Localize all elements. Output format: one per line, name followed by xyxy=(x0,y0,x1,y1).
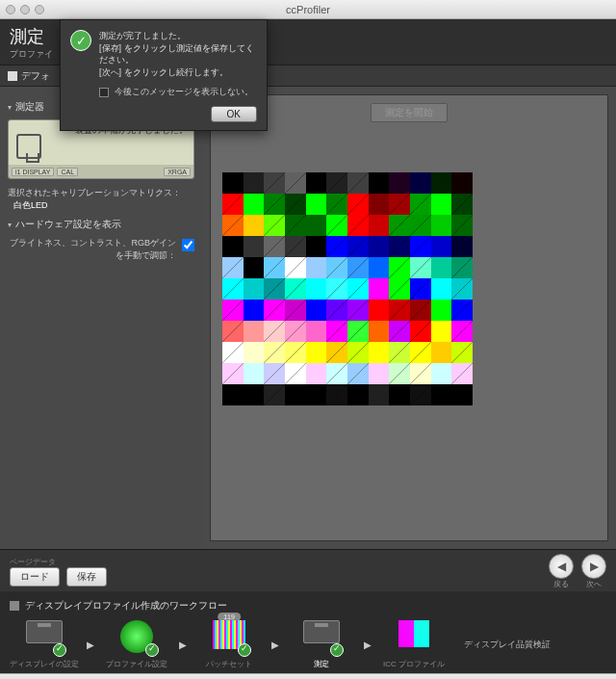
color-patch xyxy=(244,384,265,405)
color-patch xyxy=(389,215,410,236)
tab-default[interactable]: デフォ xyxy=(8,69,50,83)
color-patch xyxy=(285,363,306,384)
color-patch xyxy=(222,236,244,257)
calibration-matrix-value: 白色LED xyxy=(13,200,48,210)
dialog-ok-button[interactable]: OK xyxy=(211,106,257,122)
device-icon xyxy=(16,134,41,159)
color-patch xyxy=(326,321,347,342)
wf-side-quality-check[interactable]: ディスプレイ品質検証 xyxy=(464,640,551,651)
color-patch xyxy=(431,342,452,363)
workflow-title: ディスプレイプロファイル作成のワークフロー xyxy=(25,599,227,613)
color-patch xyxy=(369,321,390,342)
wf-step-profile-settings[interactable]: プロファイル設定 xyxy=(102,620,171,669)
color-patch xyxy=(410,172,431,194)
color-patch xyxy=(222,194,244,215)
footer-bar: ページデータ ロード 保存 ◀ 戻る ▶ 次へ xyxy=(0,549,616,591)
color-patch xyxy=(431,194,452,215)
manual-adjust-checkbox[interactable] xyxy=(182,239,194,251)
color-patch xyxy=(410,363,431,384)
badge-i1display: i1 DISPLAY xyxy=(12,168,54,176)
color-patch xyxy=(264,194,285,215)
color-patch xyxy=(264,300,285,321)
color-patch xyxy=(244,194,265,215)
color-patch xyxy=(369,342,390,363)
color-patch xyxy=(347,236,369,257)
next-button[interactable]: ▶ xyxy=(581,554,606,579)
color-patch xyxy=(244,236,265,257)
color-patch xyxy=(431,236,452,257)
success-icon: ✓ xyxy=(70,30,91,51)
color-patch xyxy=(410,236,431,257)
color-patch xyxy=(451,342,473,363)
color-patch xyxy=(369,215,390,236)
color-patch xyxy=(285,300,306,321)
color-patch xyxy=(285,384,306,405)
color-patch xyxy=(326,194,347,215)
back-button[interactable]: ◀ xyxy=(549,554,574,579)
color-patch xyxy=(431,278,452,300)
traffic-light-zoom[interactable] xyxy=(35,5,44,14)
color-patch xyxy=(369,384,390,405)
measurement-complete-dialog: ✓ 測定が完了しました。 [保存] をクリックし測定値を保存してください。 [次… xyxy=(60,19,268,131)
traffic-light-min[interactable] xyxy=(20,5,30,14)
color-patch xyxy=(222,278,244,300)
color-patch xyxy=(244,342,265,363)
color-patch xyxy=(306,342,327,363)
color-patch xyxy=(347,363,369,384)
check-icon xyxy=(238,643,251,657)
wf-step-display-settings[interactable]: ディスプレイの設定 xyxy=(10,620,79,669)
dialog-message: 測定が完了しました。 [保存] をクリックし測定値を保存してください。 [次へ]… xyxy=(99,30,257,78)
color-patch xyxy=(410,321,431,342)
color-patch xyxy=(369,257,390,278)
color-patch xyxy=(306,384,327,405)
start-measurement-button[interactable]: 測定を開始 xyxy=(371,103,448,122)
color-patch xyxy=(347,300,369,321)
color-patch xyxy=(326,300,347,321)
color-patch xyxy=(326,215,347,236)
color-patch xyxy=(389,172,410,194)
color-patch xyxy=(326,384,347,405)
color-patch xyxy=(264,384,285,405)
color-patch xyxy=(244,172,265,194)
traffic-light-close[interactable] xyxy=(6,5,15,14)
color-patch xyxy=(389,194,410,215)
load-button[interactable]: ロード xyxy=(10,567,60,587)
dont-show-again-checkbox[interactable]: 今後このメッセージを表示しない。 xyxy=(99,86,257,98)
color-patch xyxy=(244,215,265,236)
color-patch xyxy=(306,321,327,342)
calibration-matrix-row: 選択されたキャリブレーションマトリクス： 白色LED xyxy=(8,187,194,212)
color-patch xyxy=(347,172,369,194)
color-patch xyxy=(431,384,452,405)
color-patch xyxy=(222,321,244,342)
color-patch xyxy=(326,257,347,278)
color-patch xyxy=(285,194,306,215)
color-patch xyxy=(369,236,390,257)
color-patch xyxy=(326,342,347,363)
check-icon xyxy=(145,643,159,657)
color-patch xyxy=(326,172,347,194)
wf-step-measure[interactable]: 測定 xyxy=(287,620,356,669)
color-patch xyxy=(326,236,347,257)
color-patch xyxy=(285,236,306,257)
color-patch xyxy=(389,257,410,278)
tab-icon xyxy=(8,71,17,81)
badge-cal: CAL xyxy=(57,168,78,176)
color-patch xyxy=(431,172,452,194)
save-button[interactable]: 保存 xyxy=(66,567,107,587)
color-patch xyxy=(410,278,431,300)
chevron-right-icon: ▶ xyxy=(179,640,187,650)
color-patch xyxy=(264,215,285,236)
color-patch xyxy=(264,236,285,257)
color-patch xyxy=(285,257,306,278)
wf-step-icc-profile[interactable]: ICC プロファイル xyxy=(379,620,449,669)
section-hardware-settings[interactable]: ハードウェア設定を表示 xyxy=(8,218,194,231)
color-patch xyxy=(389,236,410,257)
color-patch xyxy=(306,257,327,278)
color-patch xyxy=(222,300,244,321)
color-patch xyxy=(264,257,285,278)
bottom-toolbar: ワークフローをロード ワークフローを保存 xyxy=(0,673,616,679)
color-patch xyxy=(410,215,431,236)
color-patch xyxy=(222,257,244,278)
workflow-icon xyxy=(10,601,19,611)
wf-step-patch-set[interactable]: 119 パッチセット xyxy=(194,620,264,669)
